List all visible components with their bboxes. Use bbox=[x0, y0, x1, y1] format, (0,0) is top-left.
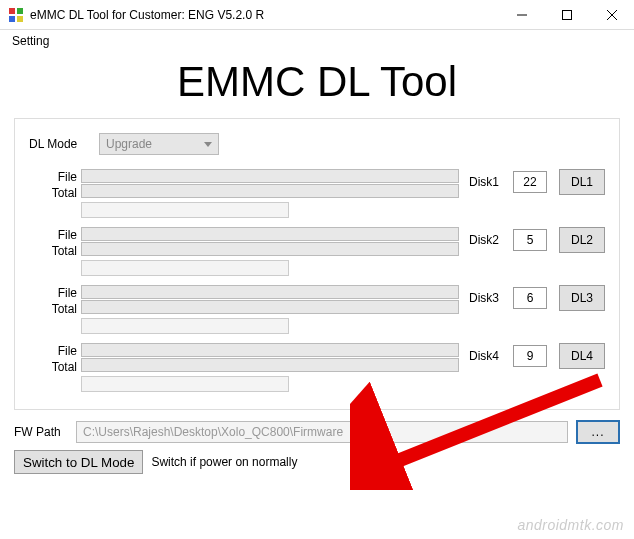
bottom-row: Switch to DL Mode Switch if power on nor… bbox=[14, 450, 620, 474]
switch-dl-mode-button[interactable]: Switch to DL Mode bbox=[14, 450, 143, 474]
disk-label: Disk1 bbox=[469, 175, 507, 189]
disk-label: Disk3 bbox=[469, 291, 507, 305]
disk-label: Disk2 bbox=[469, 233, 507, 247]
file-label: File bbox=[29, 169, 77, 185]
file-label: File bbox=[29, 285, 77, 301]
status-field bbox=[81, 318, 289, 334]
disk-controls: Disk1 22 DL1 bbox=[469, 169, 605, 195]
svg-rect-1 bbox=[17, 8, 23, 14]
disk-controls: Disk4 9 DL4 bbox=[469, 343, 605, 369]
disk-bar-labels: File Total bbox=[29, 227, 81, 259]
fw-path-row: FW Path C:\Users\Rajesh\Desktop\Xolo_QC8… bbox=[14, 420, 620, 444]
disk-bars bbox=[81, 285, 459, 335]
disk-controls: Disk3 6 DL3 bbox=[469, 285, 605, 311]
window-title: eMMC DL Tool for Customer: ENG V5.2.0 R bbox=[30, 8, 499, 22]
dl-mode-select[interactable]: Upgrade bbox=[99, 133, 219, 155]
file-progress bbox=[81, 343, 459, 357]
total-label: Total bbox=[29, 185, 77, 201]
status-field bbox=[81, 376, 289, 392]
status-field bbox=[81, 260, 289, 276]
dl-button[interactable]: DL4 bbox=[559, 343, 605, 369]
disk-bars bbox=[81, 169, 459, 219]
disk-number-input[interactable]: 6 bbox=[513, 287, 547, 309]
total-label: Total bbox=[29, 301, 77, 317]
fw-path-label: FW Path bbox=[14, 425, 68, 439]
dl-button[interactable]: DL3 bbox=[559, 285, 605, 311]
main-frame: DL Mode Upgrade File Total Disk1 22 DL1 … bbox=[14, 118, 620, 410]
switch-hint: Switch if power on normally bbox=[151, 455, 297, 469]
disk-number-input[interactable]: 9 bbox=[513, 345, 547, 367]
svg-rect-3 bbox=[17, 16, 23, 22]
total-progress bbox=[81, 242, 459, 256]
file-label: File bbox=[29, 343, 77, 359]
total-progress bbox=[81, 184, 459, 198]
menubar: Setting bbox=[0, 30, 634, 52]
file-progress bbox=[81, 227, 459, 241]
fw-path-input[interactable]: C:\Users\Rajesh\Desktop\Xolo_QC800\Firmw… bbox=[76, 421, 568, 443]
total-label: Total bbox=[29, 359, 77, 375]
status-field bbox=[81, 202, 289, 218]
disk-bar-labels: File Total bbox=[29, 169, 81, 201]
disk-bar-labels: File Total bbox=[29, 285, 81, 317]
close-button[interactable] bbox=[589, 0, 634, 29]
disk-bar-labels: File Total bbox=[29, 343, 81, 375]
dl-mode-value: Upgrade bbox=[106, 137, 152, 151]
dl-button[interactable]: DL1 bbox=[559, 169, 605, 195]
svg-rect-0 bbox=[9, 8, 15, 14]
disk-number-input[interactable]: 5 bbox=[513, 229, 547, 251]
watermark: androidmtk.com bbox=[517, 517, 624, 533]
svg-rect-5 bbox=[562, 10, 571, 19]
total-progress bbox=[81, 300, 459, 314]
disk-block: File Total Disk3 6 DL3 bbox=[29, 285, 605, 335]
maximize-button[interactable] bbox=[544, 0, 589, 29]
disk-block: File Total Disk2 5 DL2 bbox=[29, 227, 605, 277]
total-label: Total bbox=[29, 243, 77, 259]
dl-button[interactable]: DL2 bbox=[559, 227, 605, 253]
file-label: File bbox=[29, 227, 77, 243]
dl-mode-label: DL Mode bbox=[29, 137, 99, 151]
menu-setting[interactable]: Setting bbox=[8, 32, 53, 50]
disk-block: File Total Disk1 22 DL1 bbox=[29, 169, 605, 219]
dl-mode-row: DL Mode Upgrade bbox=[29, 133, 605, 155]
disk-number-input[interactable]: 22 bbox=[513, 171, 547, 193]
disk-block: File Total Disk4 9 DL4 bbox=[29, 343, 605, 393]
app-icon bbox=[8, 7, 24, 23]
disk-bars bbox=[81, 227, 459, 277]
browse-button[interactable]: ... bbox=[576, 420, 620, 444]
svg-rect-2 bbox=[9, 16, 15, 22]
disk-controls: Disk2 5 DL2 bbox=[469, 227, 605, 253]
total-progress bbox=[81, 358, 459, 372]
disk-bars bbox=[81, 343, 459, 393]
minimize-button[interactable] bbox=[499, 0, 544, 29]
titlebar: eMMC DL Tool for Customer: ENG V5.2.0 R bbox=[0, 0, 634, 30]
file-progress bbox=[81, 285, 459, 299]
page-title: EMMC DL Tool bbox=[0, 58, 634, 106]
disk-label: Disk4 bbox=[469, 349, 507, 363]
file-progress bbox=[81, 169, 459, 183]
